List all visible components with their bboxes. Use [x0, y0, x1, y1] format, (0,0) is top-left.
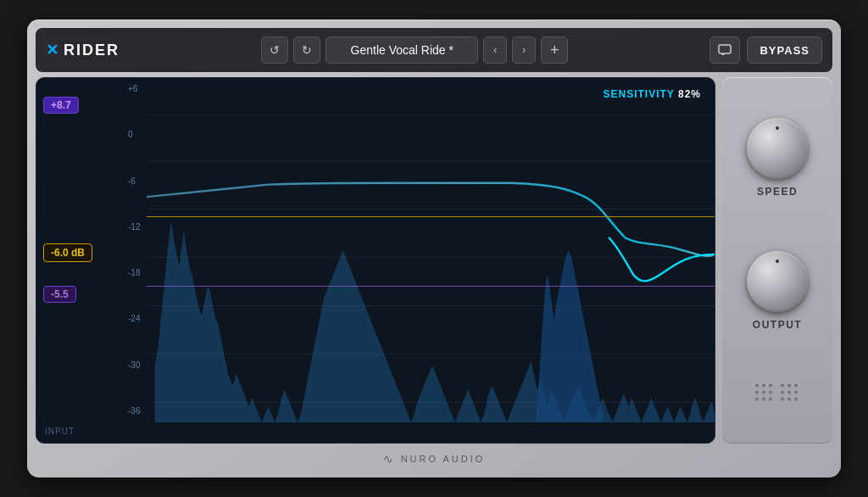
prev-preset-button[interactable]: ‹ [483, 36, 507, 64]
bypass-button[interactable]: BYPASS [747, 36, 822, 64]
db-label-plus6: +6 [128, 85, 140, 93]
speaker-grills [747, 384, 808, 403]
header: ✕ RIDER ↺ ↻ Gentle Vocal Ride * ‹ › + BY… [36, 28, 832, 72]
output-label: OUTPUT [753, 319, 802, 331]
db-label-minus6: -6 [128, 177, 140, 186]
db-label-minus24: -24 [128, 315, 140, 323]
mid-level-label[interactable]: -6.0 dB [43, 243, 92, 262]
redo-button[interactable]: ↻ [293, 36, 320, 64]
add-preset-button[interactable]: + [541, 36, 568, 64]
bot-level-label[interactable]: -5.5 [43, 286, 76, 303]
right-grill [781, 384, 799, 403]
db-label-0: 0 [128, 131, 140, 139]
undo-button[interactable]: ↺ [261, 36, 288, 64]
plugin-container: ✕ RIDER ↺ ↻ Gentle Vocal Ride * ‹ › + BY… [27, 20, 841, 477]
comment-button[interactable] [709, 36, 740, 64]
header-right: BYPASS [709, 36, 822, 64]
brand-name: NURO AUDIO [401, 454, 486, 464]
sensitivity-label: SENSITIVITY 82% [603, 88, 701, 100]
logo-text: RIDER [64, 42, 120, 59]
yellow-marker-line [147, 216, 715, 217]
display-area: SENSITIVITY 82% +8.7 -6.0 dB -5.5 +6 0 -… [36, 77, 715, 444]
left-grill [755, 384, 774, 403]
top-level-label[interactable]: +8.7 [43, 97, 79, 114]
tilde-icon: ∿ [383, 452, 396, 466]
output-knob[interactable] [747, 251, 808, 312]
speed-knob[interactable] [747, 118, 808, 179]
db-label-minus36: -36 [128, 407, 140, 416]
next-preset-button[interactable]: › [512, 36, 536, 64]
footer-brand: ∿ NURO AUDIO [383, 452, 486, 466]
output-knob-section: OUTPUT [747, 251, 808, 331]
input-label: INPUT [45, 427, 75, 436]
db-label-minus12: -12 [128, 223, 140, 232]
main-content: SENSITIVITY 82% +8.7 -6.0 dB -5.5 +6 0 -… [36, 77, 832, 444]
db-label-minus18: -18 [128, 269, 140, 277]
speed-label: SPEED [757, 186, 798, 198]
purple-marker-line [147, 286, 715, 287]
db-label-minus30: -30 [128, 361, 140, 370]
right-panel: SPEED OUTPUT [722, 77, 832, 444]
sensitivity-value: 82% [678, 88, 701, 100]
preset-name-button[interactable]: Gentle Vocal Ride * [326, 36, 478, 64]
logo-x-icon: ✕ [46, 41, 58, 59]
svg-rect-0 [719, 45, 731, 53]
header-center: ↺ ↻ Gentle Vocal Ride * ‹ › + [261, 36, 568, 64]
logo-area: ✕ RIDER [46, 41, 120, 59]
waveform-canvas [147, 78, 715, 422]
speed-knob-section: SPEED [747, 118, 808, 198]
footer: ∿ NURO AUDIO [36, 449, 832, 469]
